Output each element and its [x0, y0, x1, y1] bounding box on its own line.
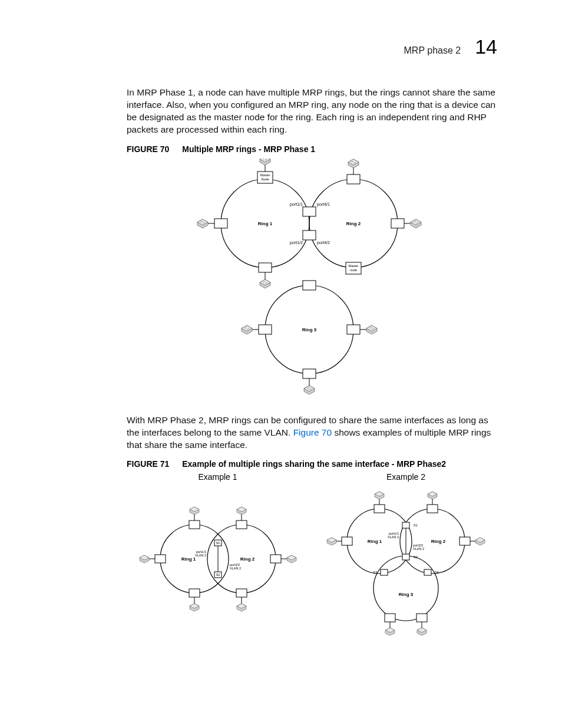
ex1-s2-label: S2: [216, 573, 220, 577]
figure-title-71: Example of multiple rings sharing the sa…: [182, 459, 446, 469]
ex2-s1-label: S1: [414, 523, 418, 527]
figure-70-diagram: Ring 1 Ring 2 Ring 3 port1/1 port4/1 por…: [127, 159, 497, 406]
figure-title: Multiple MRP rings - MRP Phase 1: [182, 144, 315, 154]
header-title: MRP phase 2: [404, 45, 461, 56]
svg-text:VLAN 2: VLAN 2: [195, 554, 206, 557]
ex2-s2-label: S2: [414, 555, 418, 559]
ring2-label: Ring 2: [346, 221, 361, 226]
ex1-s1-label: S1: [216, 541, 220, 545]
figure-70-caption: FIGURE 70 Multiple MRP rings - MRP Phase…: [127, 144, 497, 154]
master-node-label: Master: [260, 173, 270, 177]
port42-label: port4/2: [317, 241, 330, 245]
svg-text:Node: Node: [261, 177, 269, 181]
ex1-ring2-label: Ring 2: [240, 556, 254, 562]
ex2-s3-label: S3: [373, 571, 377, 574]
paragraph-1: In MRP Phase 1, a node can have multiple…: [127, 87, 497, 136]
port11-label: port1/1: [290, 202, 303, 207]
page-header: MRP phase 2 14: [127, 35, 497, 58]
svg-point-44: [373, 556, 438, 621]
port12-label: port1/2: [290, 241, 303, 245]
example-1-label: Example 1: [127, 472, 309, 482]
example-2: Example 2 Ring 1 Ring 2 Ring 3: [315, 472, 497, 641]
ex2-s4-label: S4: [435, 571, 439, 574]
ex1-ring1-label: Ring 1: [181, 556, 196, 562]
port41-label: port4/1: [317, 202, 330, 207]
ex2-ring3-label: Ring 3: [399, 592, 414, 597]
ex2-ring1-label: Ring 1: [368, 539, 382, 544]
ring3-label: Ring 3: [302, 327, 316, 332]
example-1: Example 1 Ring 1 Ring 2 S1: [127, 472, 309, 641]
example-2-label: Example 2: [315, 472, 497, 482]
svg-text:VLAN 2: VLAN 2: [388, 535, 399, 539]
figure-71-caption: FIGURE 71 Example of multiple rings shar…: [127, 459, 497, 469]
master-node2-label: Master: [348, 264, 358, 268]
svg-text:node: node: [349, 268, 356, 272]
paragraph-2: With MRP Phase 2, MRP rings can be confi…: [127, 414, 497, 452]
ex2-ring2-label: Ring 2: [431, 539, 446, 544]
figure-number-71: FIGURE 71: [127, 459, 169, 469]
svg-text:VLAN 2: VLAN 2: [413, 547, 424, 551]
page: MRP phase 2 14 In MRP Phase 1, a node ca…: [0, 0, 562, 728]
chapter-number: 14: [475, 35, 497, 58]
figure-70-link[interactable]: Figure 70: [293, 427, 332, 437]
figure-number: FIGURE 70: [127, 144, 169, 154]
figure-71-diagram: Example 1 Ring 1 Ring 2 S1: [127, 472, 497, 641]
svg-text:VLAN 2: VLAN 2: [230, 566, 241, 570]
ring1-label: Ring 1: [257, 221, 272, 226]
